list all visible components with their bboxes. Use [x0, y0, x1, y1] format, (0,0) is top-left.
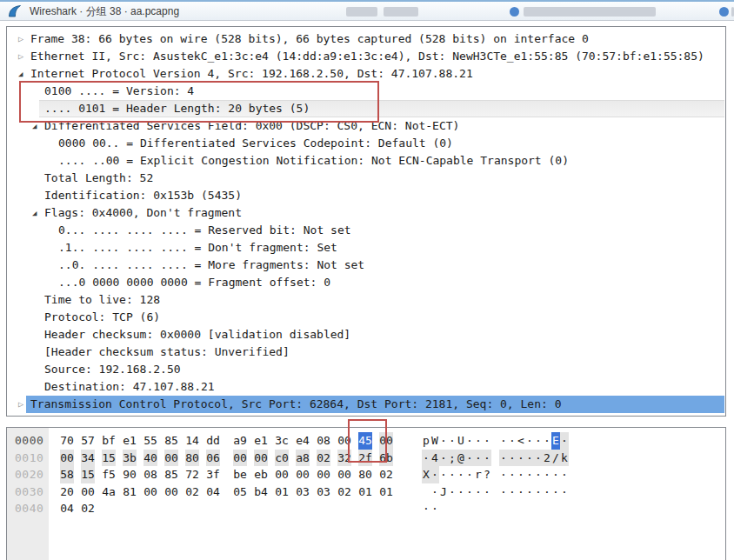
- hex-byte[interactable]: be: [233, 466, 247, 483]
- ascii-char[interactable]: ·: [534, 466, 543, 483]
- hex-byte[interactable]: 57: [81, 432, 95, 450]
- ascii-char[interactable]: ?: [483, 466, 491, 483]
- ascii-char[interactable]: @: [457, 450, 465, 467]
- hex-byte[interactable]: 3f: [206, 466, 220, 483]
- collapse-arrow-icon[interactable]: ◢: [32, 204, 37, 222]
- ascii-char[interactable]: ·: [525, 432, 534, 450]
- expand-arrow-icon[interactable]: ▷: [18, 396, 23, 413]
- hex-byte[interactable]: 03: [317, 483, 330, 501]
- ascii-char[interactable]: ·: [457, 466, 465, 483]
- ascii-char[interactable]: ·: [430, 483, 439, 501]
- hex-byte[interactable]: eb: [254, 466, 268, 483]
- ascii-char[interactable]: ·: [525, 466, 534, 483]
- ascii-char[interactable]: ·: [508, 466, 517, 483]
- ascii-char[interactable]: ·: [448, 432, 457, 450]
- hex-byte[interactable]: 00: [81, 483, 95, 501]
- ascii-char[interactable]: ·: [448, 483, 457, 501]
- hex-byte[interactable]: 00: [233, 450, 247, 467]
- tree-row[interactable]: Protocol: TCP (6): [7, 309, 725, 326]
- ascii-char[interactable]: ·: [560, 483, 569, 501]
- hex-byte[interactable]: 00: [254, 450, 268, 467]
- ascii-char[interactable]: ·: [543, 466, 551, 483]
- ascii-char[interactable]: W: [430, 432, 439, 450]
- hex-row[interactable]: 00400402··: [7, 500, 725, 517]
- ascii-char[interactable]: ·: [525, 450, 534, 467]
- hex-byte[interactable]: 14: [185, 432, 199, 450]
- ascii-char[interactable]: ·: [439, 466, 448, 483]
- tree-row[interactable]: 0000 00.. = Differentiated Services Code…: [7, 135, 725, 152]
- ascii-char[interactable]: ·: [465, 432, 474, 450]
- hex-byte[interactable]: 05: [233, 483, 247, 501]
- hex-byte[interactable]: 90: [123, 466, 137, 483]
- ascii-char[interactable]: ·: [474, 432, 483, 450]
- hex-byte[interactable]: 02: [185, 483, 199, 501]
- tree-row[interactable]: Destination: 47.107.88.21: [7, 378, 725, 396]
- ascii-char[interactable]: ·: [483, 450, 491, 467]
- ascii-char[interactable]: ·: [439, 450, 448, 467]
- hex-byte[interactable]: 80: [185, 450, 199, 467]
- ascii-char[interactable]: p: [422, 432, 430, 450]
- hex-byte[interactable]: 70: [60, 432, 74, 450]
- hex-byte[interactable]: e1: [254, 432, 268, 450]
- ascii-char[interactable]: ·: [483, 483, 491, 501]
- ascii-char[interactable]: 4: [430, 450, 439, 467]
- ascii-char[interactable]: ·: [465, 483, 474, 501]
- hex-byte[interactable]: 85: [164, 432, 178, 450]
- hex-byte[interactable]: c0: [275, 450, 289, 467]
- ascii-char[interactable]: ·: [448, 466, 457, 483]
- tree-row[interactable]: Header checksum: 0x0000 [validation disa…: [7, 326, 725, 343]
- hex-byte[interactable]: 08: [143, 466, 157, 483]
- hex-byte[interactable]: 04: [206, 483, 220, 501]
- ascii-char[interactable]: ·: [534, 432, 543, 450]
- ascii-char[interactable]: ·: [517, 450, 525, 467]
- tree-row[interactable]: Source: 192.168.2.50: [7, 361, 725, 378]
- ascii-char[interactable]: U: [457, 432, 465, 450]
- ascii-char[interactable]: 2: [543, 450, 551, 467]
- tree-row[interactable]: Total Length: 52: [7, 170, 725, 187]
- tree-row[interactable]: ◢Flags: 0x4000, Don't fragment: [7, 204, 725, 222]
- hex-byte[interactable]: 00: [337, 466, 351, 483]
- hex-byte[interactable]: 04: [60, 500, 74, 517]
- tree-row[interactable]: ▷Transmission Control Protocol, Src Port…: [7, 396, 725, 413]
- hex-byte[interactable]: e1: [123, 432, 137, 450]
- hex-byte[interactable]: 02: [81, 500, 95, 517]
- ascii-char[interactable]: ·: [422, 500, 430, 517]
- ascii-char[interactable]: X: [422, 466, 430, 483]
- hex-byte[interactable]: a8: [296, 450, 310, 467]
- hex-byte[interactable]: a9: [233, 432, 247, 450]
- hex-byte[interactable]: 40: [143, 450, 157, 467]
- hex-byte[interactable]: 58: [60, 466, 74, 483]
- hex-byte[interactable]: 00: [164, 450, 178, 467]
- ascii-char[interactable]: k: [560, 450, 569, 467]
- hex-byte[interactable]: 15: [102, 450, 116, 467]
- hex-byte[interactable]: 20: [60, 483, 74, 501]
- ascii-char[interactable]: ·: [439, 432, 448, 450]
- ascii-char[interactable]: ·: [508, 483, 517, 501]
- hex-byte[interactable]: b4: [254, 483, 268, 501]
- ascii-char[interactable]: ·: [499, 483, 508, 501]
- hex-byte[interactable]: 00: [317, 466, 330, 483]
- hex-byte[interactable]: 72: [185, 466, 199, 483]
- ascii-char[interactable]: ·: [474, 483, 483, 501]
- titlebar[interactable]: Wireshark · 分组 38 · aa.pcapng: [0, 0, 734, 21]
- tree-row[interactable]: Time to live: 128: [7, 291, 725, 309]
- ascii-char[interactable]: ·: [517, 483, 525, 501]
- ascii-char[interactable]: ·: [543, 432, 551, 450]
- hex-byte[interactable]: 01: [358, 483, 372, 501]
- ascii-char[interactable]: ·: [551, 466, 560, 483]
- hex-byte[interactable]: 81: [123, 483, 137, 501]
- ascii-char[interactable]: ·: [543, 483, 551, 501]
- ascii-char[interactable]: ·: [499, 450, 508, 467]
- ascii-char[interactable]: ·: [465, 466, 474, 483]
- ascii-char[interactable]: ·: [465, 450, 474, 467]
- hex-byte[interactable]: 01: [275, 483, 289, 501]
- hex-byte[interactable]: 80: [358, 466, 372, 483]
- ascii-char[interactable]: ·: [560, 466, 569, 483]
- hex-byte[interactable]: 3b: [123, 450, 137, 467]
- ascii-char[interactable]: ·: [534, 450, 543, 467]
- tree-row[interactable]: Identification: 0x153b (5435): [7, 187, 725, 204]
- tree-row[interactable]: .1.. .... .... .... = Don't fragment: Se…: [7, 239, 725, 257]
- hex-byte[interactable]: 34: [81, 450, 95, 467]
- ascii-char[interactable]: E: [551, 432, 560, 450]
- tree-row[interactable]: ◢Internet Protocol Version 4, Src: 192.1…: [7, 65, 725, 83]
